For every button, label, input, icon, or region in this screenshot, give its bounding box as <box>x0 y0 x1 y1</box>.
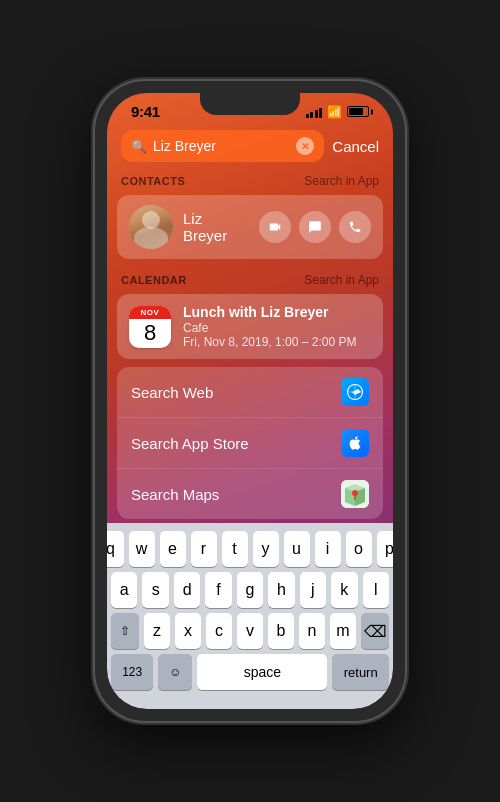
numbers-key[interactable]: 123 <box>111 654 153 690</box>
battery-icon <box>347 106 369 117</box>
appstore-icon <box>341 429 369 457</box>
contact-name: Liz Breyer <box>183 210 249 244</box>
key-h[interactable]: h <box>268 572 294 608</box>
key-m[interactable]: m <box>330 613 356 649</box>
event-location: Cafe <box>183 321 371 335</box>
notch <box>200 93 300 115</box>
contact-actions <box>259 211 371 243</box>
emoji-key[interactable]: ☺ <box>158 654 192 690</box>
key-a[interactable]: a <box>111 572 137 608</box>
phone-frame: 9:41 📶 🔍 Liz Breyer ✕ Can <box>95 81 405 721</box>
key-f[interactable]: f <box>205 572 231 608</box>
key-c[interactable]: c <box>206 613 232 649</box>
search-input[interactable]: Liz Breyer <box>153 138 290 154</box>
event-details: Lunch with Liz Breyer Cafe Fri, Nov 8, 2… <box>183 304 371 349</box>
search-bar-container: 🔍 Liz Breyer ✕ Cancel <box>107 124 393 168</box>
keyboard-row-1: q w e r t y u i o p <box>111 531 389 567</box>
keyboard-row-3: ⇧ z x c v b n m ⌫ <box>111 613 389 649</box>
contact-card[interactable]: Liz Breyer <box>117 195 383 259</box>
key-n[interactable]: n <box>299 613 325 649</box>
status-icons: 📶 <box>306 105 370 119</box>
svg-marker-3 <box>352 389 361 395</box>
key-v[interactable]: v <box>237 613 263 649</box>
key-z[interactable]: z <box>144 613 170 649</box>
suggestion-app-store-label: Search App Store <box>131 435 249 452</box>
calendar-icon: Nov 8 <box>129 306 171 348</box>
signal-bars-icon <box>306 106 323 118</box>
shift-key[interactable]: ⇧ <box>111 613 139 649</box>
contacts-section-title: CONTACTS <box>121 175 185 187</box>
key-d[interactable]: d <box>174 572 200 608</box>
suggestion-search-app-store[interactable]: Search App Store <box>117 418 383 469</box>
keyboard-row-2: a s d f g h j k l <box>111 572 389 608</box>
search-clear-button[interactable]: ✕ <box>296 137 314 155</box>
event-time: Fri, Nov 8, 2019, 1:00 – 2:00 PM <box>183 335 371 349</box>
cancel-button[interactable]: Cancel <box>332 138 379 155</box>
key-q[interactable]: q <box>107 531 124 567</box>
calendar-section-title: CALENDAR <box>121 274 187 286</box>
message-button[interactable] <box>299 211 331 243</box>
delete-key[interactable]: ⌫ <box>361 613 389 649</box>
cal-month: Nov <box>129 306 171 319</box>
key-r[interactable]: r <box>191 531 217 567</box>
key-s[interactable]: s <box>142 572 168 608</box>
safari-icon <box>341 378 369 406</box>
status-time: 9:41 <box>131 103 160 120</box>
phone-screen: 9:41 📶 🔍 Liz Breyer ✕ Can <box>107 93 393 709</box>
search-icon: 🔍 <box>131 139 147 154</box>
contacts-section-header: CONTACTS Search in App <box>107 168 393 192</box>
key-x[interactable]: x <box>175 613 201 649</box>
keyboard: q w e r t y u i o p a s d f g h j k <box>107 523 393 709</box>
contacts-search-in-app[interactable]: Search in App <box>304 174 379 188</box>
key-y[interactable]: y <box>253 531 279 567</box>
key-i[interactable]: i <box>315 531 341 567</box>
cal-day: 8 <box>144 319 156 348</box>
suggestions-container: Search Web Search App Store <box>117 367 383 519</box>
key-k[interactable]: k <box>331 572 357 608</box>
key-w[interactable]: w <box>129 531 155 567</box>
key-g[interactable]: g <box>237 572 263 608</box>
maps-icon <box>341 480 369 508</box>
suggestion-maps-label: Search Maps <box>131 486 219 503</box>
key-e[interactable]: e <box>160 531 186 567</box>
key-b[interactable]: b <box>268 613 294 649</box>
key-l[interactable]: l <box>363 572 389 608</box>
phone-call-button[interactable] <box>339 211 371 243</box>
avatar <box>129 205 173 249</box>
keyboard-row-4: 123 ☺ space return <box>111 654 389 690</box>
calendar-section-header: CALENDAR Search in App <box>107 267 393 291</box>
wifi-icon: 📶 <box>327 105 342 119</box>
video-call-button[interactable] <box>259 211 291 243</box>
key-o[interactable]: o <box>346 531 372 567</box>
key-p[interactable]: p <box>377 531 394 567</box>
suggestion-search-maps[interactable]: Search Maps <box>117 469 383 519</box>
search-bar[interactable]: 🔍 Liz Breyer ✕ <box>121 130 324 162</box>
key-t[interactable]: t <box>222 531 248 567</box>
event-title: Lunch with Liz Breyer <box>183 304 371 320</box>
key-j[interactable]: j <box>300 572 326 608</box>
calendar-search-in-app[interactable]: Search in App <box>304 273 379 287</box>
suggestion-search-web-label: Search Web <box>131 384 213 401</box>
space-key[interactable]: space <box>197 654 327 690</box>
key-u[interactable]: u <box>284 531 310 567</box>
return-key[interactable]: return <box>332 654 389 690</box>
calendar-event-card[interactable]: Nov 8 Lunch with Liz Breyer Cafe Fri, No… <box>117 294 383 359</box>
suggestion-search-web[interactable]: Search Web <box>117 367 383 418</box>
